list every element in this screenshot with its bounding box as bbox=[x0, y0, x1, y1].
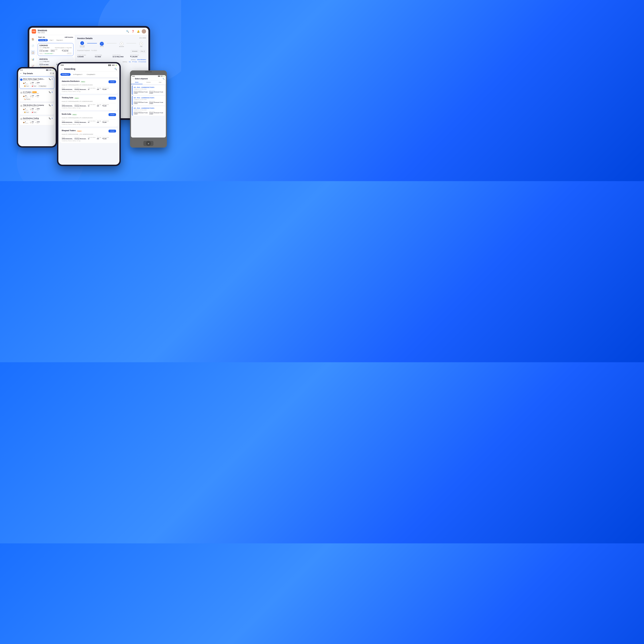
pr-tab-vehicle[interactable]: Vehicle bbox=[143, 81, 154, 84]
pr-tab-hub[interactable]: Hub bbox=[154, 81, 166, 84]
list-view-icon[interactable]: ☰ bbox=[50, 72, 52, 74]
t2-back-button[interactable]: ← bbox=[61, 68, 63, 70]
trip-tags-1: 🍔 Food 🥩 Meat ↷ Skip Drop bbox=[21, 85, 53, 87]
phone-icon-3[interactable]: 📞 bbox=[49, 104, 51, 106]
pr-handle-bottom: ◉ bbox=[143, 141, 153, 146]
pr-tabs: Seller Vehicle Hub bbox=[131, 81, 166, 84]
trip-number-4: 4 bbox=[20, 118, 22, 120]
sidebar-item-invoice[interactable]: 📋 bbox=[31, 50, 35, 55]
ic-unload-btn-1[interactable]: Unload bbox=[109, 80, 116, 83]
scan-icon: ◉ bbox=[148, 143, 149, 144]
invoice-request-type: Request type Adhoc bbox=[51, 49, 61, 52]
shipment-card-1[interactable]: UD - PAG - 1234560SSC7GSFA Created on: 2… bbox=[132, 85, 165, 95]
step-line-2 bbox=[107, 43, 117, 43]
phone-icon-2[interactable]: 📞 bbox=[49, 91, 51, 93]
ic-qty-2: Total Qty 100 bbox=[97, 104, 101, 107]
ic-unload-btn-4[interactable]: Unload bbox=[109, 130, 116, 132]
inwarding-card-4: Bhagwati Traders Staples Unload Invoice … bbox=[60, 128, 118, 143]
t2-statusbar-right: ▌▌▌ WiFi 🔋 bbox=[108, 64, 117, 66]
trip-time-2: Electronic City · 10 AM-12 PM bbox=[23, 93, 49, 94]
ic-unload-btn-2[interactable]: Unload bbox=[109, 97, 116, 100]
filter-tab-rejected[interactable]: Rejected 0 bbox=[55, 39, 64, 41]
sc-seller-3: Seller Name Granary Wholesale Private Li… bbox=[149, 111, 164, 115]
view-billables-button[interactable]: View Billables bbox=[137, 59, 146, 60]
phone-nav-title: Trip Details bbox=[23, 72, 33, 74]
trip-time-1: Electronic City · 10 AM-12 PM bbox=[23, 80, 49, 81]
trip-card-1[interactable]: 1 Shree Vishnu Sagar Traders... Electron… bbox=[19, 77, 54, 89]
return-badge: Return bbox=[32, 91, 37, 93]
t2-tab-completed[interactable]: Completed 0 bbox=[85, 73, 97, 76]
navigate-icon-4[interactable]: ✈ bbox=[51, 117, 53, 119]
phone-icon-4[interactable]: 📞 bbox=[49, 117, 51, 119]
qty-stat-4: 📋 231Qty bbox=[30, 121, 34, 124]
ic-creator-3: Created by: Raman Jadhav, 1hr Ago bbox=[62, 124, 116, 125]
add-invoice-button[interactable]: Add Invoice bbox=[65, 36, 73, 38]
download-button[interactable]: ⬇ Download bbox=[139, 61, 146, 63]
filter-tab-pending[interactable]: Pending 3 bbox=[38, 39, 48, 41]
trip-stats-2: 📦 12 Orders 📋 115 Qty bbox=[21, 95, 53, 98]
trip-name-4: RaviShankara Trading bbox=[23, 117, 49, 119]
t2-tab-pending[interactable]: Pending 3 bbox=[60, 73, 71, 76]
pr-tab-seller[interactable]: Seller bbox=[131, 81, 143, 84]
navigate-icon-3[interactable]: ✈ bbox=[51, 104, 53, 106]
sidebar-item-doc[interactable]: 📄 bbox=[31, 43, 35, 48]
ic-name-4: Bhagwati Traders bbox=[62, 130, 76, 131]
step-circle-1: 1 bbox=[80, 41, 84, 45]
pr-back-button[interactable]: ← bbox=[132, 78, 134, 80]
trip-card-4[interactable]: 4 RaviShankara Trading Electronic City ·… bbox=[19, 116, 54, 125]
step-line-1 bbox=[87, 43, 97, 43]
ic-amount-2: Total Amount ₹1,000 bbox=[102, 104, 109, 107]
navigate-icon-2[interactable]: ✈ bbox=[51, 91, 53, 93]
app-logo: FNS bbox=[32, 29, 36, 34]
orders-stat: 📦 4 Orders bbox=[23, 82, 28, 85]
step-2: 2 Bin Fiz bbox=[97, 42, 107, 47]
ftl-badge: FTL ⓘ bbox=[67, 52, 72, 55]
shipment-card-3[interactable]: UD - PAG - 1234560SSC7GSFA Created on: 2… bbox=[132, 106, 165, 116]
ic-unload-btn-3[interactable]: Unload bbox=[109, 113, 116, 116]
invoice-date-2: Date: 17 May 2022 bbox=[39, 61, 72, 62]
bell-icon[interactable]: 🔔 bbox=[136, 30, 140, 33]
t2-search-icon[interactable]: 🔍 bbox=[114, 68, 117, 70]
step-label-3: Accounts bbox=[119, 46, 124, 47]
invoice-card-selected[interactable]: XJHUA43 Date: 13 May 2022 Expected payba… bbox=[38, 43, 73, 56]
view-billables-label: dcherry bbox=[131, 59, 136, 60]
ic-qty-4: Total Qty 250 bbox=[97, 137, 101, 140]
dcherry-label: dcherry bbox=[123, 61, 127, 63]
ic-header-4: Bhagwati Traders Staples Unload bbox=[62, 130, 116, 132]
grid-view-icon[interactable]: ⊞ bbox=[52, 72, 54, 74]
navigate-icon[interactable]: ✈ bbox=[51, 78, 53, 80]
pr-scan-button[interactable]: ◉ bbox=[146, 141, 151, 146]
sidebar-item-report[interactable]: 📊 bbox=[31, 57, 35, 62]
t2-tab-inprogress[interactable]: In-Progress 0 bbox=[72, 73, 84, 76]
trip-card-3[interactable]: 3 Tilak Brothers Rice Company Electronic… bbox=[19, 103, 54, 115]
back-button[interactable]: ← bbox=[20, 72, 22, 75]
sidebar-item-home[interactable]: 🏠 bbox=[31, 37, 35, 41]
fax-stat-3: ↺ 1241Fax bbox=[35, 108, 40, 111]
invoice-status-badge: ✓ Accounts team ▾ bbox=[43, 53, 53, 54]
pr-search-icon[interactable]: 🔍 bbox=[163, 78, 165, 80]
view-button[interactable]: 👁 View bbox=[132, 61, 137, 63]
trip-card-2[interactable]: 2 G S Traders Return Electronic City · 1… bbox=[19, 90, 54, 102]
step-line-3 bbox=[126, 43, 136, 43]
ic-details-2: IRN ID 1IRNtr343421hfdt... Org Name Gran… bbox=[62, 103, 116, 107]
ic-creator-2: Created by: Raman Jadhav, 1hr Ago bbox=[62, 107, 116, 109]
user-avatar[interactable] bbox=[142, 29, 146, 34]
schedule-button[interactable]: Schedule bbox=[131, 50, 139, 53]
search-icon[interactable]: 🔍 bbox=[126, 30, 129, 33]
fax-stat-2: ↺ 879 Fax bbox=[35, 95, 39, 98]
help-icon[interactable]: ❓ bbox=[131, 30, 135, 33]
invoice-number-field: Invoice Number AJS3435 bbox=[77, 54, 93, 58]
invoice-date-value: 13 May 2022 bbox=[43, 47, 49, 48]
qty-stat-3: 📋 231Qty bbox=[30, 108, 34, 111]
trip-card-2-header: 2 G S Traders Return Electronic City · 1… bbox=[21, 91, 53, 94]
tag-skip-drop[interactable]: ↷ Skip Drop bbox=[38, 85, 47, 87]
filter-tab-paid[interactable]: Paid 7 bbox=[48, 39, 55, 41]
trip-tags-3: 🍔 Food 🥩 Meat bbox=[21, 111, 53, 113]
shipment-card-2[interactable]: UD - PAG - 1234560SSC7GSFA Created on: 2… bbox=[132, 96, 165, 105]
pr-title: Select shipment bbox=[135, 78, 148, 80]
orders-value: 4 bbox=[25, 82, 28, 83]
phone-icon[interactable]: 📞 bbox=[49, 78, 51, 80]
tag-pharma: 💊 Pharma bbox=[23, 98, 31, 100]
phone-right: 9:41 ▌▌▌ WiFi 🔋 ← Select shipment 🔍 Sell… bbox=[130, 70, 167, 148]
ftl-button[interactable]: FTL ⓘ bbox=[140, 50, 146, 53]
